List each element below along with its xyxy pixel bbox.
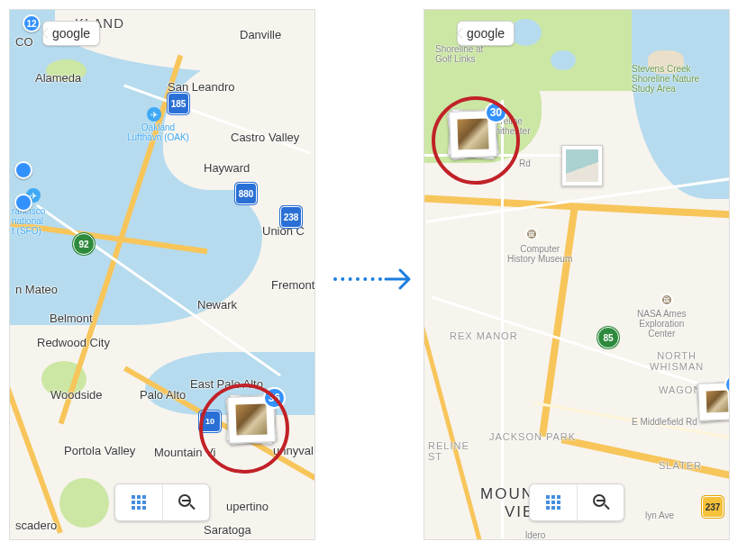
route-85: 85 bbox=[597, 327, 619, 348]
label-cupertino: upertino bbox=[226, 500, 269, 513]
photo-thumb-3 bbox=[706, 391, 729, 413]
photo-cluster-edge[interactable]: 12 bbox=[695, 379, 730, 424]
poi-nasa: NASA Ames Exploration Center bbox=[637, 309, 686, 339]
lagoon-1 bbox=[510, 19, 542, 46]
label-fremont: Fremont bbox=[271, 278, 314, 292]
label-san-leandro: San Leandro bbox=[168, 80, 234, 94]
pin-secondary-2[interactable] bbox=[14, 194, 32, 212]
search-tag-right[interactable]: google bbox=[457, 21, 515, 46]
label-east-pa: East Palo Alto bbox=[190, 377, 263, 391]
museum-pin-icon: 🏛 bbox=[525, 228, 538, 240]
route-880: 880 bbox=[235, 183, 257, 204]
label-reline: RELINE ST bbox=[428, 440, 469, 462]
label-co: CO bbox=[15, 35, 33, 49]
poi-stevens: Stevens Creek Shoreline Nature Study Are… bbox=[632, 64, 699, 94]
nasa-pin-icon: 🏛 bbox=[660, 294, 673, 306]
map-view-left[interactable]: KLAND CO Danville Alameda San Leandro Ca… bbox=[9, 9, 315, 540]
road-label-dero: ldero bbox=[525, 530, 545, 540]
photo-cluster-36[interactable]: 36 bbox=[224, 393, 278, 447]
poi-museum: Computer History Museum bbox=[507, 244, 572, 264]
label-hayward: Hayward bbox=[204, 161, 250, 175]
route-101: 10 bbox=[199, 411, 221, 432]
map-view-right[interactable]: Shoreline at Golf Links Stevens Creek Sh… bbox=[424, 9, 730, 540]
road-label-rd: Rd bbox=[519, 158, 531, 168]
zoom-out-icon-right bbox=[593, 494, 609, 510]
label-slater: SLATER bbox=[659, 460, 702, 471]
label-palo-alto: Palo Alto bbox=[140, 388, 186, 402]
poi-golf: Shoreline at Golf Links bbox=[435, 44, 483, 64]
route-238: 238 bbox=[280, 206, 302, 228]
photo-thumb bbox=[235, 403, 267, 435]
route-237r: 237 bbox=[702, 496, 724, 518]
bay-water-right bbox=[632, 10, 730, 199]
grid-icon-right bbox=[546, 495, 560, 510]
road-label-lyn: lyn Ave bbox=[645, 510, 674, 520]
zoom-out-button[interactable] bbox=[162, 484, 209, 520]
grid-toggle-button-right[interactable] bbox=[530, 484, 577, 520]
zoom-out-button-right[interactable] bbox=[577, 484, 624, 520]
label-danville: Danville bbox=[240, 28, 281, 41]
label-sunnyvale: unnyval bbox=[273, 444, 314, 457]
map-toolbar bbox=[114, 483, 210, 521]
label-newark: Newark bbox=[197, 298, 237, 312]
poi-sfo: rancisco national t (SFO) bbox=[12, 206, 45, 236]
lagoon-2 bbox=[551, 50, 576, 70]
label-redwood: Redwood City bbox=[37, 336, 110, 349]
label-mountain-view: Mountain Vi bbox=[154, 446, 215, 459]
airport-icon-oak: ✈ bbox=[147, 107, 161, 122]
label-castro-valley: Castro Valley bbox=[231, 131, 299, 144]
grid-icon bbox=[132, 495, 146, 510]
flow-arrow bbox=[333, 261, 414, 297]
cluster-count-2: 30 bbox=[485, 102, 507, 123]
label-woodside: Woodside bbox=[50, 388, 103, 402]
search-tag[interactable]: google bbox=[42, 21, 100, 46]
arrow-tail bbox=[333, 277, 382, 281]
hwy-central-expy bbox=[424, 195, 483, 540]
label-rex-manor: REX MANOR bbox=[450, 330, 518, 341]
road-label-middlefield: E Middlefield Rd bbox=[632, 417, 697, 427]
label-san-mateo: n Mateo bbox=[15, 283, 58, 296]
label-scadero: scadero bbox=[15, 519, 57, 532]
label-alameda: Alameda bbox=[35, 71, 81, 85]
label-saratoga: Saratoga bbox=[204, 523, 251, 537]
hwy-237 bbox=[560, 436, 730, 482]
south-park bbox=[59, 478, 109, 528]
hwy-85-vert bbox=[539, 204, 578, 438]
grid-toggle-button[interactable] bbox=[115, 484, 162, 520]
pin-secondary-1[interactable] bbox=[14, 161, 32, 179]
photo-single[interactable] bbox=[561, 145, 603, 186]
photo-thumb-2 bbox=[457, 118, 488, 149]
route-185: 185 bbox=[168, 93, 189, 114]
label-north-whisman: NORTH WHISMAN bbox=[650, 350, 704, 372]
label-jackson: JACKSON PARK bbox=[489, 431, 576, 442]
zoom-out-icon bbox=[178, 494, 195, 510]
road-vert-1 bbox=[501, 100, 504, 540]
poi-oak: Oakland Lufthavn (OAK) bbox=[127, 122, 189, 142]
photo-cluster-30[interactable]: 30 bbox=[446, 107, 500, 161]
cluster-count: 36 bbox=[263, 387, 286, 409]
label-portola: Portola Valley bbox=[64, 444, 135, 457]
arrow-head-icon bbox=[384, 264, 414, 294]
map-toolbar-right bbox=[529, 483, 624, 521]
label-belmont: Belmont bbox=[50, 312, 93, 325]
route-92: 92 bbox=[73, 233, 95, 255]
